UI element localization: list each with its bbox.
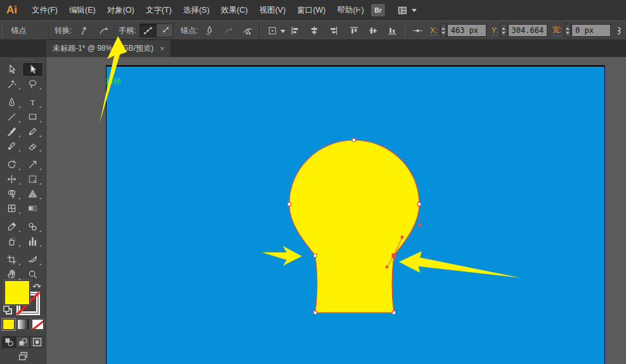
document-tab-bar: 未标题-1* @ 98% (RGB/预览) × [0,39,626,58]
menu-item[interactable]: 对象(O) [101,0,140,20]
draw-inside-button[interactable] [30,336,44,348]
tools-panel-grip[interactable] [0,57,46,62]
menu-item[interactable]: 文字(T) [140,0,178,20]
app-logo: Ai [6,4,17,16]
rectangle-tool[interactable] [22,110,43,124]
menu-item[interactable]: 选择(S) [178,0,216,20]
mesh-tool[interactable] [1,201,22,216]
pen-tool[interactable] [1,95,22,110]
color-type-buttons [0,319,46,330]
draw-behind-button[interactable] [16,336,30,348]
constrain-link-icon-partial[interactable] [611,23,626,37]
magic-wand-tool[interactable] [1,77,22,91]
slice-tool[interactable] [22,252,43,267]
convert-to-smooth-button[interactable] [96,23,111,37]
toolbar-separator [2,217,44,218]
eyedropper-tool[interactable] [1,219,22,234]
default-fill-stroke-icon[interactable] [3,306,12,315]
align-top-button[interactable] [347,23,362,37]
cut-path-button[interactable] [240,23,255,37]
none-button[interactable] [32,319,44,330]
toolbar-separator [2,155,44,156]
menu-items: 文件(F)编辑(E)对象(O)文字(T)选择(S)效果(C)视图(V)窗口(W)… [26,0,370,20]
align-left-button[interactable] [288,23,303,37]
artboard[interactable] [106,65,605,364]
width-stepper[interactable] [564,23,571,37]
shape-builder-tool[interactable] [1,186,22,201]
color-button[interactable] [3,319,15,330]
document-tab[interactable]: 未标题-1* @ 98% (RGB/预览) × [46,39,171,57]
perspective-grid-tool[interactable] [22,186,43,201]
tool-grid: T [1,62,44,282]
reference-point-button[interactable] [265,23,280,37]
hide-handles-button[interactable] [156,24,173,37]
selection-tool[interactable] [1,62,22,77]
align-right-button[interactable] [326,23,341,37]
y-field-label[interactable]: Y: [492,26,499,36]
anchors-label: 锚点: [181,25,198,36]
pencil-tool[interactable] [22,124,43,139]
screen-mode-button[interactable] [15,350,31,362]
gradient-tool[interactable] [22,201,43,216]
divider [49,22,50,39]
lasso-tool[interactable] [22,77,43,91]
bridge-button[interactable]: Br [370,3,386,17]
screen-mode-area [0,350,46,362]
blend-tool[interactable] [22,219,43,234]
free-transform-tool[interactable] [22,172,43,186]
menu-item[interactable]: 编辑(E) [63,0,101,20]
y-input[interactable]: 304.664 [508,24,547,37]
menu-item[interactable]: 效果(C) [215,0,253,20]
panel-grip[interactable] [1,23,4,37]
menu-item[interactable]: 窗口(W) [291,0,331,20]
canvas-pasteboard[interactable]: 路径 [46,57,626,364]
divider [405,22,406,39]
align-center-button[interactable] [307,23,322,37]
draw-normal-button[interactable] [2,336,16,348]
x-field-label[interactable]: X: [430,26,437,36]
width-field-label[interactable]: 宽: [552,25,562,36]
zoom-tool[interactable] [22,267,43,282]
x-stepper[interactable] [440,23,447,37]
rotate-tool[interactable] [1,157,22,172]
menu-item[interactable]: 视图(V) [254,0,292,20]
show-handles-button[interactable] [140,24,156,37]
line-segment-tool[interactable] [1,110,22,124]
handle-display-group [140,23,173,37]
anchor-point-icon [410,23,425,37]
scale-tool[interactable] [22,157,43,172]
type-tool[interactable]: T [22,95,43,110]
eraser-tool[interactable] [22,139,43,153]
swap-fill-stroke-icon[interactable] [32,280,42,290]
fill-swatch[interactable] [4,280,30,305]
chevron-down-icon [280,30,285,36]
workspace-panes-icon [395,3,410,17]
blob-brush-tool[interactable] [1,139,22,153]
width-tool[interactable] [1,172,22,186]
tools-panel: T [0,57,46,364]
menu-divider [360,4,362,16]
svg-text:T: T [30,98,36,107]
x-input[interactable]: 463 px [447,24,486,37]
width-input[interactable]: 0 px [571,24,611,37]
menu-item[interactable]: 文件(F) [26,0,63,20]
workspace-switcher[interactable] [395,3,417,17]
align-bottom-button[interactable] [385,23,400,37]
y-stepper[interactable] [500,23,507,37]
tab-close-icon[interactable]: × [160,44,165,53]
paintbrush-tool[interactable] [1,124,22,139]
hand-tool[interactable] [1,267,22,282]
control-bar: 锚点 转换: 手柄: 锚点: X: 463 px Y: 304.664 宽: 0… [0,20,626,41]
artboard-tool[interactable] [1,252,22,267]
handles-label: 手柄: [119,25,136,36]
column-graph-tool[interactable] [22,234,43,249]
convert-to-corner-button[interactable] [77,23,92,37]
convert-label: 转换: [55,25,72,36]
direct-selection-tool[interactable] [22,62,43,77]
align-middle-button[interactable] [366,23,381,37]
gradient-button[interactable] [17,319,29,330]
chevron-down-icon [412,9,417,15]
anchor-panel-label: 锚点 [11,25,26,36]
remove-anchor-button[interactable] [202,23,217,37]
symbol-sprayer-tool[interactable] [1,234,22,249]
